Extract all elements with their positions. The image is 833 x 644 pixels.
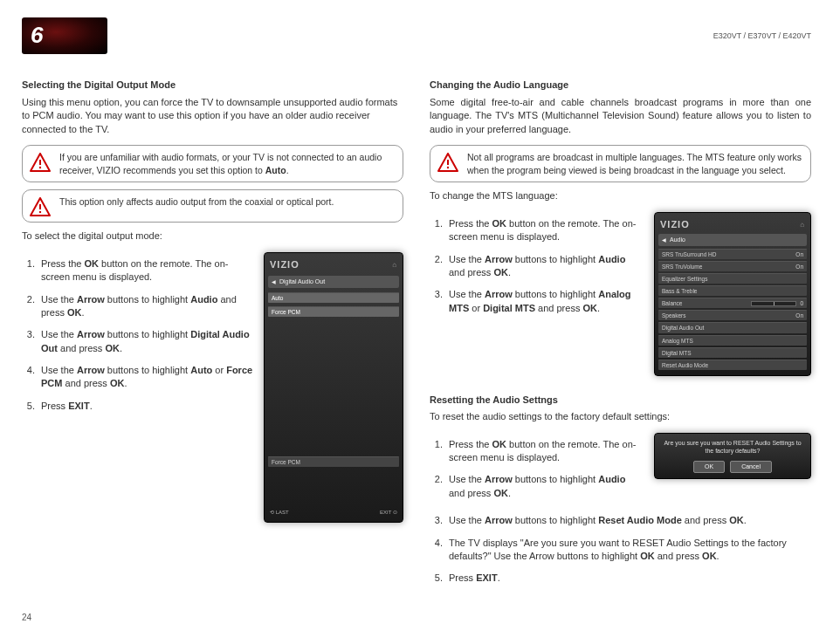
page-number: 24 — [22, 612, 811, 624]
reset-step-1: Press the OK button on the remote. The o… — [445, 438, 644, 465]
osd-item-speakers: SpeakersOn — [658, 310, 807, 320]
balance-slider-icon — [751, 301, 796, 306]
lead-reset: To reset the audio settings to the facto… — [430, 410, 811, 423]
osd-last-label: ⟲ LAST — [270, 509, 289, 516]
osd-option-auto: Auto — [268, 292, 399, 303]
osd-logo: VIZIO⌂ — [268, 258, 399, 271]
mts-step-1: Press the OK button on the remote. The o… — [445, 217, 644, 244]
note-mts: Not all programs are broadcast in multip… — [430, 145, 811, 182]
osd-item-reset-audio: Reset Audio Mode — [658, 360, 807, 370]
right-column: Changing the Audio Language Some digital… — [430, 70, 811, 593]
section-title-audio-language: Changing the Audio Language — [430, 79, 811, 92]
reset-step-5: Press EXIT. — [445, 572, 811, 585]
osd-item-equalizer: Equalizer Settings — [658, 273, 807, 284]
reset-step-3: Use the Arrow buttons to highlight Reset… — [445, 514, 811, 527]
page-header: 6 E320VT / E370VT / E420VT — [22, 17, 811, 54]
steps-digital-output: Press the OK button on the remote. The o… — [22, 252, 253, 422]
osd-item-digital-audio-out: Digital Audio Out — [658, 322, 807, 332]
section-title-reset-audio: Resetting the Audio Settngs — [430, 394, 811, 407]
lead-mts: To change the MTS language: — [430, 189, 811, 202]
note-text: If you are unfamiliar with audio formats… — [59, 151, 394, 176]
osd-breadcrumb-audio: ◀Audio — [658, 234, 807, 246]
osd-audio-menu: VIZIO⌂ ◀Audio SRS TruSurround HDOn SRS T… — [654, 212, 811, 376]
note-text: This option only affects audio output fr… — [59, 195, 334, 209]
reset-step-2: Use the Arrow buttons to highlight Audio… — [445, 473, 644, 500]
osd-option-forcepcm: Force PCM — [268, 306, 399, 317]
step-1: Press the OK button on the remote. The o… — [38, 257, 253, 284]
step-2: Use the Arrow buttons to highlight Audio… — [38, 293, 253, 320]
osd-exit-label: EXIT ⊙ — [380, 509, 397, 516]
svg-point-5 — [447, 167, 449, 168]
svg-point-3 — [39, 211, 41, 213]
intro-digital-output: Using this menu option, you can force th… — [22, 96, 403, 136]
model-numbers: E320VT / E370VT / E420VT — [713, 31, 811, 42]
steps-reset-continued: Use the Arrow buttons to highlight Reset… — [430, 514, 811, 586]
dialog-cancel-button: Cancel — [730, 461, 772, 473]
note-auto-recommend: If you are unfamiliar with audio formats… — [22, 145, 403, 182]
osd-breadcrumb: ◀Digital Audio Out — [268, 276, 399, 288]
intro-audio-language: Some digital free-to-air and cable chann… — [430, 96, 811, 136]
osd-logo: VIZIO⌂ — [658, 218, 807, 231]
home-icon: ⌂ — [800, 220, 805, 230]
lead-digital-output: To select the digital output mode: — [22, 230, 403, 243]
osd-footer: ⟲ LAST EXIT ⊙ — [268, 507, 399, 517]
steps-reset: Press the OK button on the remote. The o… — [430, 433, 644, 510]
mts-step-2: Use the Arrow buttons to highlight Audio… — [445, 253, 644, 280]
osd-reset-dialog: Are you sure you want to RESET Audio Set… — [654, 433, 811, 479]
osd-bottom-item: Force PCM — [268, 456, 399, 467]
home-icon: ⌂ — [392, 260, 397, 270]
note-coax-optical: This option only affects audio output fr… — [22, 189, 403, 223]
reset-step-4: The TV displays "Are you sure you want t… — [445, 537, 811, 564]
chapter-badge: 6 — [22, 17, 107, 54]
back-icon: ◀ — [662, 236, 666, 243]
osd-item-bass-treble: Bass & Treble — [658, 285, 807, 296]
steps-with-osd-reset: Press the OK button on the remote. The o… — [430, 433, 811, 510]
dialog-message: Are you sure you want to RESET Audio Set… — [660, 439, 805, 456]
warning-icon — [437, 153, 458, 172]
content-columns: Selecting the Digital Output Mode Using … — [22, 70, 811, 593]
osd-item-digital-mts: Digital MTS — [658, 347, 807, 358]
left-column: Selecting the Digital Output Mode Using … — [22, 70, 403, 593]
osd-item-analog-mts: Analog MTS — [658, 335, 807, 346]
steps-mts: Press the OK button on the remote. The o… — [430, 212, 644, 324]
warning-icon — [30, 197, 51, 216]
osd-item-srs-trusurround: SRS TruSurround HDOn — [658, 249, 807, 259]
steps-with-osd-mts: Press the OK button on the remote. The o… — [430, 212, 811, 376]
section-title-digital-output: Selecting the Digital Output Mode — [22, 79, 403, 92]
note-text: Not all programs are broadcast in multip… — [467, 151, 802, 176]
step-3: Use the Arrow buttons to highlight Digit… — [38, 328, 253, 355]
osd-item-srs-truvolume: SRS TruVolumeOn — [658, 261, 807, 271]
svg-point-1 — [39, 167, 41, 168]
dialog-ok-button: OK — [693, 461, 725, 473]
back-icon: ◀ — [272, 278, 276, 285]
step-4: Use the Arrow buttons to highlight Auto … — [38, 364, 253, 391]
steps-with-osd: Press the OK button on the remote. The o… — [22, 252, 403, 523]
osd-digital-audio-out: VIZIO⌂ ◀Digital Audio Out Auto Force PCM… — [264, 252, 403, 523]
osd-item-balance: Balance0 — [658, 298, 807, 308]
warning-icon — [30, 153, 51, 172]
mts-step-3: Use the Arrow buttons to highlight Analo… — [445, 288, 644, 315]
step-5: Press EXIT. — [38, 400, 253, 413]
